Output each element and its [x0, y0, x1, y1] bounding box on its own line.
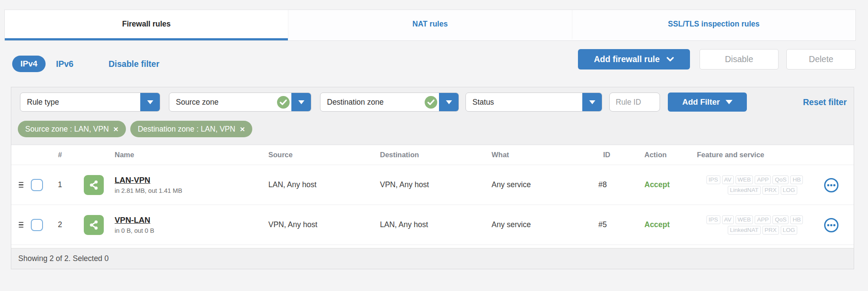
dropdown-chevron-button[interactable]: [140, 93, 160, 111]
chip-label: Destination zone : LAN, VPN: [138, 125, 235, 134]
row-checkbox[interactable]: [31, 179, 43, 191]
feature-badge: AV: [722, 175, 734, 184]
feature-badge: HB: [790, 175, 803, 184]
rule-traffic-stats: in 0 B, out 0 B: [115, 227, 154, 234]
source-zone-dropdown[interactable]: Source zone: [169, 93, 311, 112]
feature-badge: IPS: [706, 215, 720, 224]
rule-what: Any service: [492, 165, 531, 205]
disable-button[interactable]: Disable: [700, 49, 779, 69]
remove-chip-icon[interactable]: ✕: [113, 126, 119, 132]
tab-label: Firewall rules: [122, 20, 171, 29]
tab-ssl-tls-inspection-rules[interactable]: SSL/TLS inspection rules: [572, 10, 855, 40]
feature-badge-line-2: LinkedNATPRXLOG: [702, 186, 823, 195]
rule-destination: VPN, Any host: [380, 165, 429, 205]
chip-label: Source zone : LAN, VPN: [25, 125, 109, 134]
feature-badge: LinkedNAT: [728, 226, 761, 235]
filter-chip-source-zone: Source zone : LAN, VPN ✕: [18, 121, 126, 137]
rule-what: Any service: [492, 205, 531, 245]
rule-id: #8: [598, 165, 623, 205]
dropdown-chevron-button[interactable]: [291, 93, 311, 111]
drag-handle[interactable]: [19, 165, 23, 205]
feature-badges: IPSAVWEBAPPQoSHB LinkedNATPRXLOG: [694, 165, 815, 205]
rule-name-link[interactable]: LAN-VPN: [115, 175, 182, 185]
tab-nat-rules[interactable]: NAT rules: [288, 10, 571, 40]
add-filter-label: Add Filter: [682, 97, 719, 107]
share-network-icon: [84, 175, 104, 195]
table-footer: Showing 2 of 2. Selected 0: [11, 248, 854, 269]
rule-id: #5: [598, 205, 623, 245]
rule-destination: LAN, Any host: [380, 205, 428, 245]
feature-badge: WEB: [736, 175, 753, 184]
feature-badge: APP: [755, 175, 771, 184]
feature-badge: QoS: [772, 215, 789, 224]
chevron-down-icon: [147, 100, 153, 104]
table-header-row: # Name Source Destination What ID Action…: [11, 145, 854, 165]
feature-badge: APP: [755, 215, 771, 224]
row-checkbox[interactable]: [31, 219, 43, 231]
row-number: 2: [53, 205, 67, 245]
column-header-name: Name: [115, 145, 134, 165]
ipv4-toggle[interactable]: IPv4: [12, 56, 46, 72]
feature-badge-line-1: IPSAVWEBAPPQoSHB: [694, 175, 815, 184]
rule-name-link[interactable]: VPN-LAN: [115, 215, 154, 225]
check-circle-icon: [275, 96, 291, 109]
chevron-down-icon: [667, 57, 674, 62]
dropdown-label: Source zone: [169, 98, 275, 107]
rule-source: VPN, Any host: [268, 205, 317, 245]
rule-source: LAN, Any host: [268, 165, 317, 205]
column-header-what: What: [492, 145, 509, 165]
feature-badge: LOG: [781, 226, 798, 235]
disable-filter-link[interactable]: Disable filter: [109, 56, 159, 72]
rule-name-block: VPN-LAN in 0 B, out 0 B: [115, 205, 154, 245]
chevron-down-icon: [589, 100, 595, 104]
feature-badge-line-2: LinkedNATPRXLOG: [702, 226, 823, 235]
tab-label: SSL/TLS inspection rules: [668, 20, 759, 29]
dropdown-chevron-button[interactable]: [439, 93, 459, 111]
drag-handle[interactable]: [19, 205, 23, 245]
chevron-down-icon: [446, 100, 452, 104]
column-header-destination: Destination: [380, 145, 419, 165]
feature-badge: AV: [722, 215, 734, 224]
dropdown-chevron-button[interactable]: [582, 93, 602, 111]
feature-badge: WEB: [736, 215, 753, 224]
column-header-feature: Feature and service: [697, 145, 764, 165]
feature-badge: QoS: [772, 175, 789, 184]
active-filter-chips: Source zone : LAN, VPN ✕ Destination zon…: [18, 121, 252, 137]
status-dropdown[interactable]: Status: [465, 93, 602, 112]
chevron-down-icon: [298, 100, 304, 104]
feature-badge: LinkedNAT: [728, 186, 761, 195]
dropdown-label: Status: [466, 98, 582, 107]
rule-action-status: Accept: [644, 165, 670, 205]
share-network-icon: [84, 215, 104, 235]
add-filter-button[interactable]: Add Filter: [668, 93, 747, 112]
feature-badge: PRX: [762, 226, 779, 235]
feature-badge: IPS: [706, 175, 720, 184]
table-row: 2 VPN-LAN in 0 B, out 0 B VPN, Any host …: [11, 205, 854, 245]
remove-chip-icon[interactable]: ✕: [240, 126, 245, 132]
delete-button[interactable]: Delete: [786, 49, 856, 69]
add-firewall-rule-button[interactable]: Add firewall rule: [578, 49, 690, 69]
filter-zone: Rule type Source zone Destination zone S…: [11, 87, 854, 145]
chevron-down-icon: [726, 100, 733, 104]
destination-zone-dropdown[interactable]: Destination zone: [320, 93, 459, 112]
tab-firewall-rules[interactable]: Firewall rules: [5, 10, 288, 40]
rule-type-dropdown[interactable]: Rule type: [20, 93, 160, 112]
feature-badge: LOG: [781, 186, 798, 195]
feature-badge: PRX: [762, 186, 779, 195]
rule-traffic-stats: in 2.81 MB, out 1.41 MB: [115, 187, 182, 194]
footer-summary: Showing 2 of 2. Selected 0: [18, 254, 109, 263]
column-header-action: Action: [644, 145, 667, 165]
row-number: 1: [53, 165, 67, 205]
add-firewall-rule-label: Add firewall rule: [594, 54, 660, 64]
rule-name-block: LAN-VPN in 2.81 MB, out 1.41 MB: [115, 165, 182, 205]
filter-chip-destination-zone: Destination zone : LAN, VPN ✕: [130, 121, 252, 137]
tab-bar: Firewall rules NAT rules SSL/TLS inspect…: [4, 10, 856, 41]
reset-filter-link[interactable]: Reset filter: [803, 93, 847, 112]
rule-action-status: Accept: [644, 205, 670, 245]
more-options-button[interactable]: [824, 178, 838, 192]
rule-id-input[interactable]: [609, 93, 660, 112]
column-header-source: Source: [268, 145, 293, 165]
more-options-button[interactable]: [824, 218, 838, 232]
dropdown-label: Destination zone: [320, 98, 422, 107]
ipv6-toggle[interactable]: IPv6: [56, 56, 73, 72]
